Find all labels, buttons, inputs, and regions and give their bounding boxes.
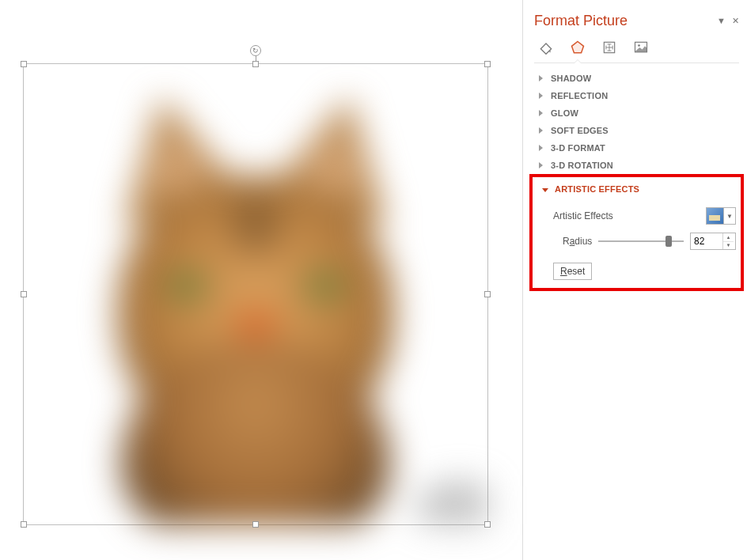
section-label: SOFT EDGES [551,126,609,135]
artistic-effects-dropdown[interactable]: ▼ [706,207,736,225]
panel-title: Format Picture [534,13,628,29]
reset-button[interactable]: Reset [553,263,592,280]
panel-close-icon[interactable]: ✕ [732,16,739,26]
panel-options-icon[interactable]: ▼ [717,16,726,26]
selected-picture[interactable]: ↻ [23,63,488,525]
resize-handle-tm[interactable] [252,61,259,67]
section-reflection[interactable]: REFLECTION [534,87,739,104]
chevron-right-icon [539,93,543,99]
section-3d-rotation[interactable]: 3-D ROTATION [534,157,739,174]
section-shadow[interactable]: SHADOW [534,70,739,87]
resize-handle-bm[interactable] [252,521,259,528]
section-label: 3-D ROTATION [551,161,613,170]
resize-handle-bl[interactable] [21,521,27,528]
tab-size-properties[interactable] [601,39,618,56]
section-soft-edges[interactable]: SOFT EDGES [534,122,739,139]
artistic-effects-label: Artistic Effects [553,210,613,221]
picture-icon [633,40,649,55]
resize-handle-tr[interactable] [484,61,491,67]
panel-tab-row [534,37,739,63]
resize-handle-br[interactable] [484,521,491,528]
resize-handle-mr[interactable] [484,291,491,297]
radius-input[interactable] [691,233,722,249]
chevron-down-icon: ▼ [724,213,735,220]
section-label: SHADOW [551,74,591,83]
section-artistic-effects[interactable]: ARTISTIC EFFECTS [537,180,736,198]
section-3d-format[interactable]: 3-D FORMAT [534,139,739,157]
chevron-right-icon [539,145,543,151]
pentagon-icon [570,40,586,55]
radius-slider[interactable] [598,235,684,248]
effect-thumbnail-icon [707,208,724,224]
section-glow[interactable]: GLOW [534,104,739,122]
spin-down-icon[interactable]: ▼ [723,242,734,250]
annotation-highlight: ARTISTIC EFFECTS Artistic Effects ▼ Radi… [529,174,744,291]
chevron-right-icon [539,75,543,81]
section-label: GLOW [551,108,578,118]
paint-bucket-icon [538,40,554,55]
slider-thumb[interactable] [665,236,672,247]
format-picture-panel: Format Picture ▼ ✕ SHADOW REFLECTION GLO… [523,0,747,560]
chevron-right-icon [539,162,543,168]
picture-content [24,64,487,524]
rotate-handle[interactable]: ↻ [250,45,261,56]
section-label: 3-D FORMAT [551,143,605,153]
radius-label: Radius [563,236,592,247]
tab-picture[interactable] [632,39,650,56]
section-label: REFLECTION [551,91,608,100]
resize-handle-ml[interactable] [21,291,27,297]
chevron-right-icon [539,110,543,116]
section-label: ARTISTIC EFFECTS [555,184,639,194]
tab-effects[interactable] [569,39,586,56]
chevron-right-icon [539,127,543,134]
slide-canvas[interactable]: ↻ [0,0,522,560]
svg-point-2 [638,44,640,47]
radius-spinbox[interactable]: ▲ ▼ [690,233,736,250]
chevron-down-icon [542,188,548,192]
size-icon [601,40,617,55]
spin-up-icon[interactable]: ▲ [723,233,734,242]
tab-fill-line[interactable] [537,39,555,56]
resize-handle-tl[interactable] [21,61,27,67]
